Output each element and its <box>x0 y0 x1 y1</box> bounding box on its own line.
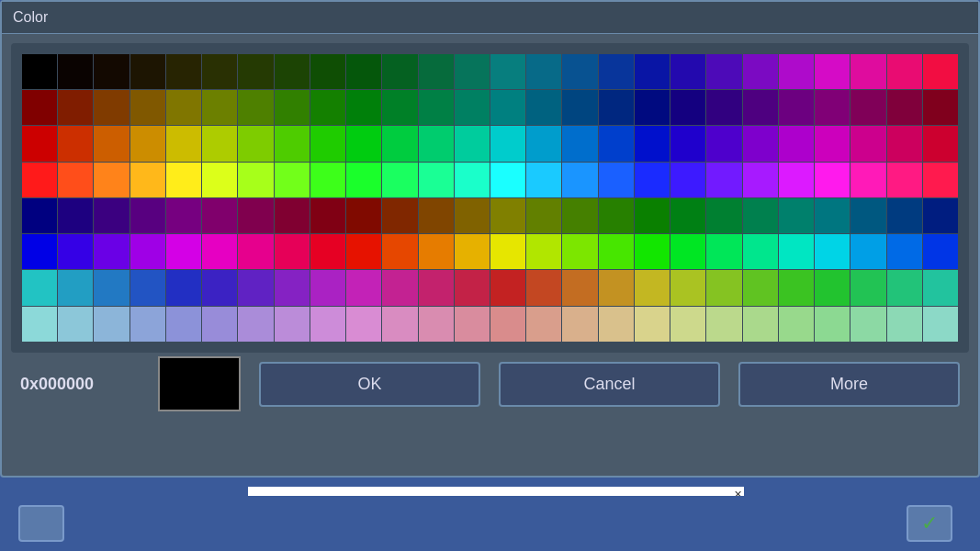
color-cell[interactable] <box>815 307 850 342</box>
color-cell[interactable] <box>850 198 885 233</box>
color-cell[interactable] <box>238 54 273 89</box>
color-cell[interactable] <box>923 198 958 233</box>
color-cell[interactable] <box>346 90 381 125</box>
color-cell[interactable] <box>779 234 814 269</box>
color-cell[interactable] <box>743 270 778 305</box>
color-cell[interactable] <box>706 234 741 269</box>
color-cell[interactable] <box>815 126 850 161</box>
color-cell[interactable] <box>22 270 57 305</box>
color-cell[interactable] <box>346 270 381 305</box>
color-cell[interactable] <box>382 54 417 89</box>
color-cell[interactable] <box>130 234 165 269</box>
color-cell[interactable] <box>562 234 597 269</box>
color-cell[interactable] <box>706 270 741 305</box>
color-cell[interactable] <box>238 234 273 269</box>
color-cell[interactable] <box>599 198 634 233</box>
color-cell[interactable] <box>419 270 454 305</box>
color-cell[interactable] <box>455 54 490 89</box>
color-cell[interactable] <box>670 270 705 305</box>
nav-arrow-down[interactable]: ✓ <box>907 505 952 542</box>
color-cell[interactable] <box>275 163 310 197</box>
color-cell[interactable] <box>779 270 814 305</box>
color-cell[interactable] <box>202 307 237 342</box>
ok-button[interactable]: OK <box>259 362 480 407</box>
color-cell[interactable] <box>22 234 57 269</box>
color-cell[interactable] <box>599 54 634 89</box>
color-cell[interactable] <box>887 90 922 125</box>
color-cell[interactable] <box>850 54 885 89</box>
color-cell[interactable] <box>850 307 885 342</box>
color-cell[interactable] <box>706 90 741 125</box>
color-cell[interactable] <box>815 270 850 305</box>
color-cell[interactable] <box>275 54 310 89</box>
color-cell[interactable] <box>635 198 670 233</box>
color-cell[interactable] <box>202 270 237 305</box>
color-cell[interactable] <box>455 163 490 197</box>
color-cell[interactable] <box>526 163 561 197</box>
color-cell[interactable] <box>562 307 597 342</box>
color-cell[interactable] <box>887 163 922 197</box>
color-cell[interactable] <box>490 90 525 125</box>
home-button[interactable] <box>18 505 64 542</box>
color-cell[interactable] <box>887 234 922 269</box>
color-cell[interactable] <box>346 163 381 197</box>
color-cell[interactable] <box>599 270 634 305</box>
color-cell[interactable] <box>382 234 417 269</box>
color-cell[interactable] <box>346 54 381 89</box>
color-cell[interactable] <box>166 234 201 269</box>
color-cell[interactable] <box>22 126 57 161</box>
color-cell[interactable] <box>455 198 490 233</box>
color-cell[interactable] <box>635 163 670 197</box>
color-cell[interactable] <box>779 307 814 342</box>
color-cell[interactable] <box>419 234 454 269</box>
color-cell[interactable] <box>850 126 885 161</box>
color-cell[interactable] <box>310 307 345 342</box>
color-cell[interactable] <box>382 198 417 233</box>
color-cell[interactable] <box>815 198 850 233</box>
color-cell[interactable] <box>670 234 705 269</box>
color-cell[interactable] <box>58 307 93 342</box>
color-cell[interactable] <box>743 234 778 269</box>
color-cell[interactable] <box>419 54 454 89</box>
color-cell[interactable] <box>599 307 634 342</box>
color-cell[interactable] <box>526 307 561 342</box>
color-cell[interactable] <box>923 307 958 342</box>
color-cell[interactable] <box>455 270 490 305</box>
color-cell[interactable] <box>310 163 345 197</box>
color-cell[interactable] <box>526 126 561 161</box>
color-cell[interactable] <box>238 126 273 161</box>
color-cell[interactable] <box>743 90 778 125</box>
color-cell[interactable] <box>275 234 310 269</box>
color-cell[interactable] <box>202 90 237 125</box>
color-cell[interactable] <box>455 234 490 269</box>
color-cell[interactable] <box>526 90 561 125</box>
color-cell[interactable] <box>887 198 922 233</box>
color-cell[interactable] <box>238 163 273 197</box>
color-cell[interactable] <box>166 198 201 233</box>
color-cell[interactable] <box>22 307 57 342</box>
color-cell[interactable] <box>562 54 597 89</box>
color-cell[interactable] <box>635 90 670 125</box>
color-cell[interactable] <box>850 234 885 269</box>
color-cell[interactable] <box>887 54 922 89</box>
color-cell[interactable] <box>599 90 634 125</box>
color-cell[interactable] <box>815 234 850 269</box>
color-cell[interactable] <box>275 198 310 233</box>
color-cell[interactable] <box>382 163 417 197</box>
color-cell[interactable] <box>887 126 922 161</box>
color-cell[interactable] <box>635 126 670 161</box>
color-cell[interactable] <box>599 234 634 269</box>
color-cell[interactable] <box>94 54 129 89</box>
color-cell[interactable] <box>166 163 201 197</box>
color-cell[interactable] <box>455 307 490 342</box>
color-cell[interactable] <box>58 126 93 161</box>
color-cell[interactable] <box>166 307 201 342</box>
color-cell[interactable] <box>743 163 778 197</box>
color-cell[interactable] <box>275 307 310 342</box>
color-cell[interactable] <box>923 54 958 89</box>
color-cell[interactable] <box>166 126 201 161</box>
color-cell[interactable] <box>635 54 670 89</box>
color-cell[interactable] <box>382 270 417 305</box>
color-cell[interactable] <box>923 270 958 305</box>
color-cell[interactable] <box>706 307 741 342</box>
